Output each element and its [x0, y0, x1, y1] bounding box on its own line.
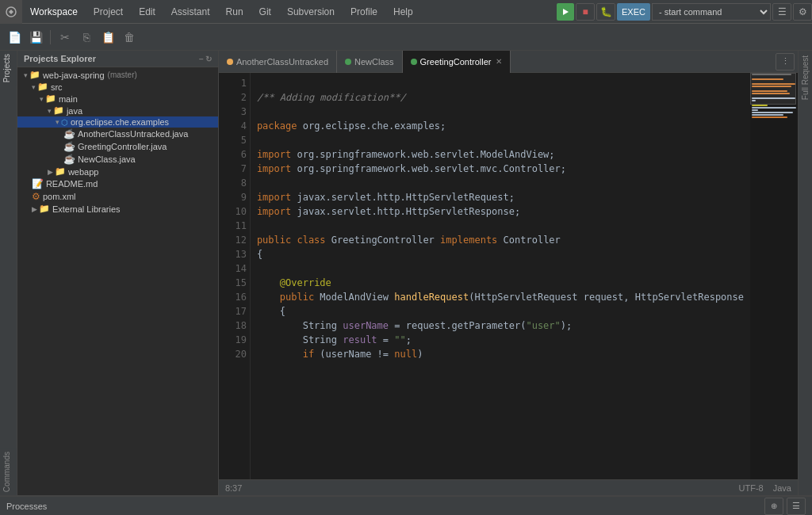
debug-button[interactable]: 🐛 [596, 3, 615, 21]
tree-label-newclass: NewClass.java [78, 154, 136, 164]
projects-header-icons: − ↻ [199, 55, 212, 63]
tab-new-class[interactable]: NewClass [337, 51, 403, 73]
tree-item-greeting[interactable]: ☕ GreetingController.java [17, 140, 218, 153]
editor-area: AnotherClassUntracked NewClass GreetingC… [219, 51, 798, 495]
right-sidebar: Full Request [798, 51, 812, 495]
toolbar-separator-1 [50, 30, 51, 44]
menu-bar: Workspace Project Edit Assistant Run Git… [0, 0, 812, 24]
menu-git[interactable]: Git [251, 0, 279, 24]
svg-marker-1 [563, 9, 569, 15]
tree-item-src[interactable]: ▾ 📁 src [17, 81, 218, 93]
expand-arrow: ▾ [24, 71, 28, 79]
tree-item-another-class[interactable]: ☕ AnotherClassUntracked.java [17, 128, 218, 140]
menu-profile[interactable]: Profile [343, 0, 385, 24]
folder-icon-src: 📁 [37, 82, 48, 92]
project-icon: 📁 [29, 70, 40, 80]
menu-assistant[interactable]: Assistant [163, 0, 218, 24]
save-button[interactable]: 💾 [26, 28, 45, 47]
delete-button[interactable]: 🗑 [120, 28, 139, 47]
tab-indicator-green-greeting [411, 59, 417, 65]
tree-item-newclass[interactable]: ☕ NewClass.java [17, 153, 218, 166]
code-minimap [750, 73, 798, 479]
menu-subversion[interactable]: Subversion [279, 0, 343, 24]
tab-greeting[interactable]: GreetingController ✕ [403, 51, 511, 73]
code-text[interactable]: /** Adding modification**/ package org.e… [251, 73, 750, 479]
full-request-label[interactable]: Full Request [799, 51, 812, 105]
tree-item-root[interactable]: ▾ 📁 web-java-spring (master) [17, 69, 218, 81]
stop-button[interactable]: ■ [576, 3, 595, 21]
tab-indicator-green-new [345, 59, 351, 65]
tree-label-main: main [59, 94, 78, 104]
list-view-button[interactable]: ☰ [772, 3, 791, 21]
tree-item-readme[interactable]: 📝 README.md [17, 177, 218, 190]
tree-label-another-class: AnotherClassUntracked.java [78, 129, 188, 139]
cut-button[interactable]: ✂ [56, 28, 75, 47]
projects-sidebar-label[interactable]: Projects [0, 51, 17, 86]
menu-workspace[interactable]: Workspace [22, 0, 86, 24]
tree-item-ext-libs[interactable]: ▶ 📁 External Libraries [17, 203, 218, 215]
folder-icon-webapp: 📁 [55, 166, 66, 177]
bottom-collapse-btn[interactable]: ⊕ [764, 498, 783, 515]
folder-icon-ext: 📁 [39, 204, 50, 214]
menu-run[interactable]: Run [218, 0, 251, 24]
code-editor[interactable]: 12345 678910 1112131415 1617181920 /** A… [219, 73, 798, 479]
tree-item-package[interactable]: ▾ ⬡ org.eclipse.che.examples [17, 116, 218, 128]
tree-label-ext: External Libraries [52, 204, 121, 214]
tree-label-package: org.eclipse.che.examples [71, 117, 169, 127]
code-status-bar: 8:37 UTF-8 Java [219, 479, 798, 495]
language-label: Java [773, 483, 791, 493]
menu-help[interactable]: Help [385, 0, 421, 24]
md-file-icon: 📝 [32, 178, 44, 189]
bottom-panel: Processes ⊕ ☰ ● dev-machine SSH ⎵ ● dev-… [0, 495, 812, 515]
commands-sidebar-label[interactable]: Commands [0, 448, 17, 495]
tab-indicator-orange [227, 59, 233, 65]
project-tree: ▾ 📁 web-java-spring (master) ▾ 📁 src ▾ 📁… [17, 67, 218, 495]
toolbar-right: ■ 🐛 EXEC - start command ☰ ⚙ [557, 3, 812, 21]
processes-header: Processes ⊕ ☰ [0, 497, 812, 515]
editor-tab-bar: AnotherClassUntracked NewClass GreetingC… [219, 51, 798, 73]
tree-label-src: src [51, 82, 63, 92]
tree-label-java: java [67, 106, 82, 116]
new-file-button[interactable]: 📄 [5, 28, 24, 47]
expand-arrow-java: ▾ [48, 107, 52, 115]
projects-panel: Projects Explorer − ↻ ▾ 📁 web-java-sprin… [17, 51, 219, 495]
refresh-icon[interactable]: ↻ [205, 55, 212, 63]
copy-button[interactable]: ⎘ [77, 28, 96, 47]
editor-menu-button[interactable]: ⋮ [776, 53, 795, 71]
tab-label-new: NewClass [354, 57, 394, 67]
xml-file-icon: ⚙ [32, 191, 40, 202]
exec-label: EXEC [617, 3, 650, 21]
tree-item-java[interactable]: ▾ 📁 java [17, 105, 218, 116]
encoding-label: UTF-8 [739, 483, 764, 493]
bottom-settings-btn[interactable]: ☰ [787, 498, 806, 515]
menu-project[interactable]: Project [86, 0, 131, 24]
tree-label-root: web-java-spring [43, 71, 105, 80]
collapse-icon[interactable]: − [199, 55, 204, 63]
tree-label-webapp: webapp [68, 167, 99, 177]
tab-another-class[interactable]: AnotherClassUntracked [219, 51, 337, 73]
folder-icon-java: 📁 [53, 105, 64, 116]
tab-close-greeting[interactable]: ✕ [496, 57, 502, 66]
code-status-right: UTF-8 Java [739, 483, 791, 493]
tree-label-readme: README.md [46, 179, 98, 189]
cursor-position: 8:37 [225, 483, 242, 493]
tree-item-main[interactable]: ▾ 📁 main [17, 93, 218, 105]
menu-edit[interactable]: Edit [131, 0, 163, 24]
line-numbers: 12345 678910 1112131415 1617181920 [219, 73, 251, 479]
tree-item-pom[interactable]: ⚙ pom.xml [17, 190, 218, 203]
command-select[interactable]: - start command [652, 3, 771, 21]
settings-button[interactable]: ⚙ [793, 3, 812, 21]
java-file-icon-newclass: ☕ [63, 154, 75, 165]
tree-item-webapp[interactable]: ▶ 📁 webapp [17, 166, 218, 177]
tree-label-greeting: GreetingController.java [78, 142, 167, 151]
paste-button[interactable]: 📋 [98, 28, 117, 47]
package-icon: ⬡ [61, 118, 68, 127]
tab-bar-actions: ⋮ [776, 53, 798, 71]
java-file-icon-green: ☕ [63, 141, 75, 152]
play-button[interactable] [557, 3, 574, 21]
left-side-panel: Projects Commands [0, 51, 17, 495]
bottom-header-actions: ⊕ ☰ [764, 498, 806, 515]
expand-arrow-src: ▾ [32, 83, 36, 91]
main-content: Projects Commands Projects Explorer − ↻ … [0, 51, 812, 495]
tab-label-greeting: GreetingController [420, 57, 492, 67]
